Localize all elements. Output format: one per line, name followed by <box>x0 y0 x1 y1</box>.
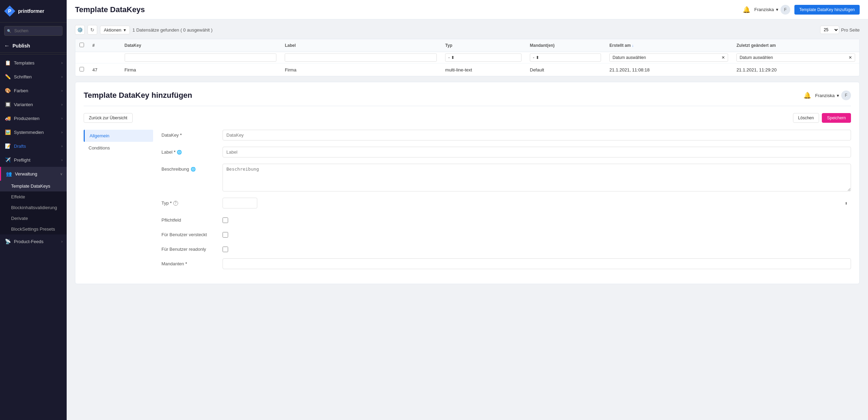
sidebar-item-schriften[interactable]: ✏️ Schriften › <box>0 70 67 84</box>
filter-mandanten-select[interactable]: - ⬍ <box>530 53 601 62</box>
checkbox-pflichtfeld[interactable] <box>223 217 228 223</box>
form-user-menu[interactable]: Franziska ▾ F <box>815 91 851 100</box>
filter-erstellt-date[interactable]: Datum auswählen ✕ <box>609 53 728 62</box>
select-typ[interactable]: multi-line-text text <box>223 198 257 208</box>
globe-icon[interactable]: 🌐 <box>191 167 196 172</box>
tab-allgemein-label: Allgemein <box>90 133 109 138</box>
preflight-icon: ✈️ <box>4 156 11 163</box>
col-geaendert: Zuletzt geändert am <box>732 39 859 52</box>
filter-label-input[interactable] <box>285 53 437 62</box>
filter-geaendert-date[interactable]: Datum auswählen ✕ <box>736 53 855 62</box>
checkbox-versteckt[interactable] <box>223 232 228 238</box>
cell-datakey: Firma <box>120 63 281 76</box>
page-title: Template DataKeys <box>75 5 145 14</box>
sidebar-item-verwaltung[interactable]: 👥 Verwaltung ∨ <box>0 167 67 181</box>
aktionen-dropdown[interactable]: Aktionen ▾ <box>100 26 130 34</box>
sub-item-label: BlockSettings Presets <box>11 226 55 232</box>
label-text: Pflichtfeld <box>161 217 181 223</box>
cell-erstellt: 21.1.2021, 11:08:18 <box>605 63 732 76</box>
toolbar: ⚙️ ↻ Aktionen ▾ 1 Datensätze gefunden ( … <box>75 25 860 35</box>
label-text: Typ * <box>161 200 172 206</box>
sidebar-item-label-farben: Farben <box>14 88 28 93</box>
tab-allgemein[interactable]: Allgemein <box>84 130 153 142</box>
row-checkbox[interactable] <box>80 67 84 71</box>
toolbar-info-text: 1 Datensätze gefunden ( 0 ausgewählt ) <box>133 27 213 33</box>
cell-typ: multi-line-text <box>441 63 526 76</box>
logo-icon: P <box>4 6 15 17</box>
sidebar-item-drafts[interactable]: 📝 Drafts › <box>0 139 67 153</box>
sub-item-label: Effekte <box>11 194 25 199</box>
systemmedien-icon: 🖼️ <box>4 129 11 136</box>
sidebar-back-button[interactable]: Publish <box>0 39 67 53</box>
form-layout: Allgemein Conditions DataKey * <box>84 130 851 275</box>
user-menu-button[interactable]: Franziska ▾ F <box>754 5 790 15</box>
sidebar-sub-item-blocksettings[interactable]: BlockSettings Presets <box>0 224 67 234</box>
sidebar-sub-item-derivate[interactable]: Derivate <box>0 213 67 224</box>
sidebar-item-templates[interactable]: 📋 Templates › <box>0 56 67 70</box>
chevron-icon: › <box>61 61 62 65</box>
filter-datakey-input[interactable] <box>125 53 277 62</box>
sort-icon: ↓ <box>632 44 634 48</box>
col-num: # <box>88 39 120 52</box>
checkbox-readonly[interactable] <box>223 247 228 252</box>
select-all-checkbox[interactable] <box>80 43 84 47</box>
sidebar-item-farben[interactable]: 🎨 Farben › <box>0 84 67 97</box>
help-icon[interactable]: ? <box>173 201 178 206</box>
templates-icon: 📋 <box>4 59 11 66</box>
tab-conditions[interactable]: Conditions <box>84 142 153 154</box>
sidebar-item-product-feeds[interactable]: 📡 Product-Feeds › <box>0 234 67 248</box>
form-group-readonly: Für Benutzer readonly <box>161 244 851 252</box>
back-to-overview-button[interactable]: Zurück zur Übersicht <box>84 113 133 123</box>
search-input[interactable] <box>4 26 62 36</box>
chevron-icon: › <box>61 89 62 93</box>
label-label: Label * 🌐 <box>161 147 217 155</box>
cell-geaendert: 21.1.2021, 11:29:20 <box>732 63 859 76</box>
user-avatar: F <box>781 5 790 15</box>
table-row: 47 Firma Firma multi-line-text Default 2… <box>75 63 859 76</box>
user-chevron-icon: ▾ <box>776 7 778 12</box>
sidebar-item-label-product-feeds: Product-Feeds <box>14 239 43 244</box>
form-group-label: Label * 🌐 <box>161 147 851 157</box>
form-user-avatar: F <box>841 91 851 100</box>
notification-bell-icon[interactable]: 🔔 <box>743 6 750 14</box>
chevron-down-icon: ∨ <box>60 172 62 176</box>
per-page-label: Pro Seite <box>841 27 860 33</box>
add-datakey-button[interactable]: Template DataKey hinzufügen <box>794 5 860 15</box>
sidebar-item-label-templates: Templates <box>14 60 34 66</box>
sidebar-item-label-varianten: Varianten <box>14 102 33 107</box>
sidebar-item-produzenten[interactable]: 🚚 Produzenten › <box>0 111 67 125</box>
save-button[interactable]: Speichern <box>822 113 851 123</box>
filter-typ-select[interactable]: - ⬍ <box>445 53 521 62</box>
input-mandanten[interactable] <box>223 258 851 269</box>
chevron-icon: › <box>61 103 62 106</box>
settings-icon[interactable]: ⚙️ <box>75 25 85 35</box>
close-icon[interactable]: ✕ <box>849 55 852 60</box>
chevron-icon: › <box>61 240 62 243</box>
sidebar-item-systemmedien[interactable]: 🖼️ Systemmedien › <box>0 125 67 139</box>
form-group-versteckt: Für Benutzer versteckt <box>161 229 851 238</box>
sidebar-item-varianten[interactable]: 🔲 Varianten › <box>0 97 67 111</box>
sidebar-sub-item-blockinhaltsvalidierung[interactable]: Blockinhaltsvalidierung <box>0 202 67 213</box>
aktionen-label: Aktionen <box>104 27 122 33</box>
tab-conditions-label: Conditions <box>89 145 110 151</box>
top-header: Template DataKeys 🔔 Franziska ▾ F Templa… <box>67 0 868 19</box>
form-card-header: Template DataKey hinzufügen 🔔 Franziska … <box>84 91 851 106</box>
user-name: Franziska <box>754 7 774 12</box>
sidebar-item-preflight[interactable]: ✈️ Preflight › <box>0 153 67 167</box>
delete-button[interactable]: Löschen <box>793 113 819 123</box>
sidebar-sub-item-effekte[interactable]: Effekte <box>0 191 67 202</box>
produzenten-icon: 🚚 <box>4 115 11 122</box>
input-datakey[interactable] <box>223 130 851 140</box>
close-icon[interactable]: ✕ <box>721 55 725 60</box>
refresh-icon[interactable]: ↻ <box>87 25 97 35</box>
sub-item-label: Blockinhaltsvalidierung <box>11 205 57 210</box>
per-page-select[interactable]: 25 50 100 <box>820 26 839 34</box>
col-label: Label <box>281 39 441 52</box>
input-label[interactable] <box>223 147 851 157</box>
sidebar-sub-item-template-datakeys[interactable]: Template DataKeys <box>0 181 67 191</box>
textarea-beschreibung[interactable] <box>223 164 851 191</box>
globe-icon[interactable]: 🌐 <box>177 150 182 155</box>
date-placeholder: Datum auswählen <box>612 55 646 60</box>
col-erstellt: Erstellt am ↓ <box>605 39 732 52</box>
form-bell-icon[interactable]: 🔔 <box>803 92 811 99</box>
